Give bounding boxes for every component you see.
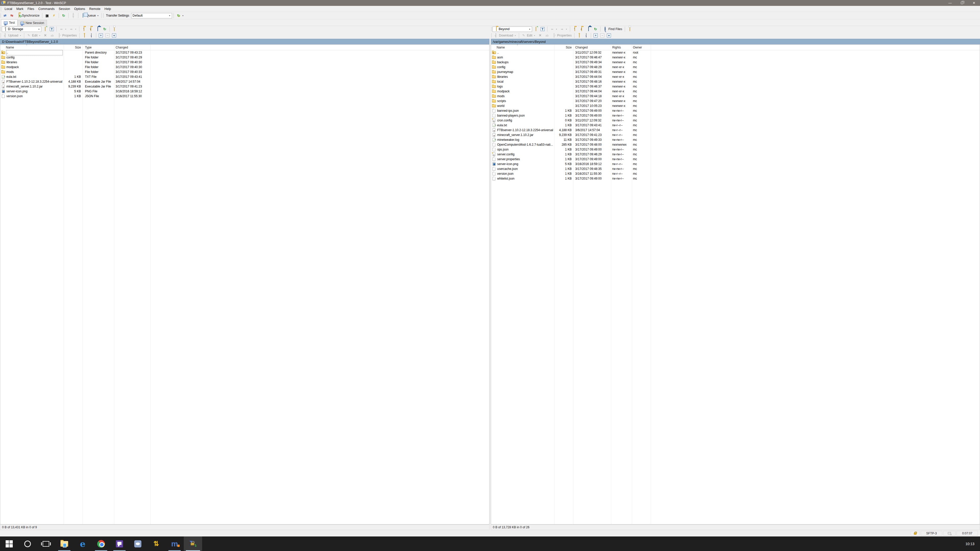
file-row[interactable]: eula.txt1 KBTXT File3/17/2017 09:43:41 <box>0 75 489 79</box>
menu-item-mark[interactable]: Mark <box>14 6 25 12</box>
delete-button[interactable]: ✕ <box>42 33 48 38</box>
file-row[interactable]: minecraft_server.1.10.2.jar9,239 KBExecu… <box>0 84 489 89</box>
file-row[interactable]: configFile folder3/17/2017 09:40:29 <box>0 55 489 60</box>
file-row[interactable]: modsFile folder3/17/2017 09:40:33 <box>0 70 489 75</box>
edit-button[interactable]: ✎ Edit ▼ <box>520 33 536 38</box>
unselect-files-button[interactable]: − <box>104 33 110 38</box>
close-button[interactable]: ✕ <box>968 0 980 6</box>
tab-test[interactable]: Test <box>1 19 18 26</box>
file-row[interactable]: server.config1 KB3/17/2017 09:46:29rw-rw… <box>491 152 980 157</box>
menu-item-local[interactable]: Local <box>3 6 14 12</box>
file-row[interactable]: local3/17/2017 09:48:16rwxrwxr-xmc <box>491 79 980 84</box>
queue-button[interactable]: Queue ▼ <box>80 13 100 18</box>
file-row[interactable]: version.json1 KBJSON File3/16/2017 11:55… <box>0 94 489 99</box>
file-row[interactable]: ..3/11/2017 12:09:32rwxrwxr-xroot <box>491 50 980 55</box>
file-row[interactable]: asm3/17/2017 09:46:47rwxrwxr-xmc <box>491 55 980 60</box>
invert-selection-button[interactable]: ▼ <box>606 33 612 38</box>
file-row[interactable]: banned-players.json1 KB3/17/2017 09:49:0… <box>491 113 980 118</box>
copy-path-button[interactable] <box>111 27 118 32</box>
drive-select[interactable]: D: Storage ▼ <box>2 27 41 32</box>
back-button[interactable]: ⬅▼ <box>549 27 558 32</box>
open-console-button[interactable]: >_ <box>44 13 50 18</box>
taskbar-multimc-icon[interactable]: m <box>165 537 184 551</box>
taskbar-file-explorer-icon[interactable] <box>55 537 73 551</box>
root-directory-button[interactable]: \ <box>88 27 94 32</box>
select-files-button[interactable]: + <box>98 33 104 38</box>
file-row[interactable]: whitelist.json1 KB3/17/2017 09:49:00rw-r… <box>491 176 980 181</box>
rename-button[interactable]: ab <box>544 33 550 38</box>
home-directory-button[interactable] <box>585 27 592 32</box>
open-directory-button[interactable] <box>533 27 539 32</box>
tab-new-session[interactable]: ✳New Session <box>18 20 47 26</box>
taskbar-clock[interactable]: 10:13 <box>966 537 980 551</box>
file-row[interactable]: server-icon.png5 KBPNG File3/16/2016 18:… <box>0 89 489 94</box>
menu-item-commands[interactable]: Commands <box>36 6 57 12</box>
invert-selection-button[interactable]: ▼ <box>111 33 117 38</box>
file-row[interactable]: server-icon.png5 KB3/16/2016 18:59:12rw-… <box>491 162 980 167</box>
transfer-options-button[interactable]: ↻▼ <box>175 13 185 18</box>
file-row[interactable]: config3/17/2017 09:48:29rwxr-xr-xmc <box>491 65 980 70</box>
file-row[interactable]: libraries3/17/2017 09:44:04rwxr-xr-xmc <box>491 75 980 79</box>
open-directory-button[interactable] <box>42 27 48 32</box>
local-path-bar[interactable]: D:\Downloads\FTBBeyondServer_1.2.0 <box>0 39 490 44</box>
synchronize-button[interactable]: ↻ Synchronize <box>16 13 41 18</box>
taskbar-edge-icon[interactable]: e <box>73 537 92 551</box>
forward-button[interactable]: ➡▼ <box>559 27 568 32</box>
remote-path-bar[interactable]: /var/games/minecraft/servers/Beyond <box>491 39 980 44</box>
copy-path-button[interactable] <box>627 27 633 32</box>
back-button[interactable]: ⬅▼ <box>58 27 68 32</box>
filter-button[interactable] <box>49 27 55 32</box>
file-row[interactable]: cron.config0 KB3/11/2017 12:09:32rw-rw-r… <box>491 118 980 123</box>
menu-item-help[interactable]: Help <box>102 6 113 12</box>
remote-directory-select[interactable]: Beyond ▼ <box>493 27 532 32</box>
column-header-name[interactable]: Name <box>496 46 505 49</box>
taskbar-cortana-icon[interactable] <box>18 537 37 551</box>
file-row[interactable]: mods3/17/2017 09:44:18rwxr-xr-xmc <box>491 94 980 99</box>
preferences-button[interactable] <box>70 13 76 18</box>
taskbar-chrome-icon[interactable] <box>92 537 110 551</box>
file-row[interactable]: FTBserver-1.10.2-12.18.3.2254-universal.… <box>0 79 489 84</box>
refresh-button[interactable]: ↻ <box>102 27 108 32</box>
file-row[interactable]: version.json1 KB3/16/2017 11:55:30rw-r--… <box>491 171 980 176</box>
synchronize-browsing-button[interactable]: ⇆ <box>9 13 15 18</box>
file-row[interactable]: logs3/17/2017 09:46:37rwxrwxr-xmc <box>491 84 980 89</box>
open-terminal-button[interactable]: ⚡︎ <box>51 13 57 18</box>
file-row[interactable]: scripts3/17/2017 09:47:20rwxrwxr-xmc <box>491 99 980 103</box>
taskbar-start-button[interactable] <box>0 537 18 551</box>
select-files-button[interactable]: + <box>593 33 599 38</box>
column-header-changed[interactable]: Changed <box>116 46 128 49</box>
menu-item-files[interactable]: Files <box>25 6 36 12</box>
filter-button[interactable] <box>539 27 546 32</box>
toggle-panels-button[interactable]: ⇄ <box>2 13 8 18</box>
properties-button[interactable]: Properties <box>56 33 78 38</box>
refresh-panels-button[interactable]: ↻ <box>60 13 67 18</box>
new-directory-button[interactable] <box>576 33 582 38</box>
properties-button[interactable]: Properties <box>551 33 573 38</box>
new-directory-button[interactable] <box>81 33 88 38</box>
download-button[interactable]: Download ▼ <box>493 33 517 38</box>
file-row[interactable]: ops.json1 KB3/17/2017 09:49:00rw-rw-r--m… <box>491 147 980 152</box>
taskbar-task-view-icon[interactable] <box>37 537 55 551</box>
file-row[interactable]: FTBserver-1.10.2-12.18.3.2254-universal.… <box>491 128 980 133</box>
file-row[interactable]: banned-ips.json1 KB3/17/2017 09:49:00rw-… <box>491 108 980 113</box>
taskbar-twitch-icon[interactable] <box>110 537 129 551</box>
file-row[interactable]: ..Parent directory3/17/2017 09:43:23 <box>0 50 489 55</box>
delete-button[interactable]: ✕ <box>537 33 543 38</box>
column-header-size[interactable]: Size <box>555 46 572 49</box>
file-row[interactable]: journeymap3/17/2017 09:49:31rwxrwxr-xmc <box>491 70 980 75</box>
menu-item-options[interactable]: Options <box>72 6 87 12</box>
file-row[interactable]: modpackFile folder3/17/2017 09:40:30 <box>0 65 489 70</box>
refresh-button[interactable]: ↻ <box>592 27 599 32</box>
file-row[interactable]: server.properties1 KB3/17/2017 09:49:00r… <box>491 157 980 162</box>
column-header-size[interactable]: Size <box>64 46 81 49</box>
find-files-button[interactable]: Find Files <box>602 27 623 32</box>
column-header-name[interactable]: Name <box>6 46 14 49</box>
column-header-rights[interactable]: Rights <box>612 46 621 49</box>
taskbar-discord-icon[interactable] <box>129 537 147 551</box>
column-header-owner[interactable]: Owner <box>633 46 642 49</box>
file-row[interactable]: minecraft_server.1.10.2.jar9,239 KB3/17/… <box>491 133 980 138</box>
new-file-button[interactable] <box>88 33 94 38</box>
file-row[interactable]: backups3/17/2017 09:49:34rwxrwxr-xmc <box>491 60 980 65</box>
root-directory-button[interactable]: / <box>579 27 585 32</box>
file-row[interactable]: eula.txt1 KB3/17/2017 09:43:41rw-r--r--m… <box>491 123 980 128</box>
